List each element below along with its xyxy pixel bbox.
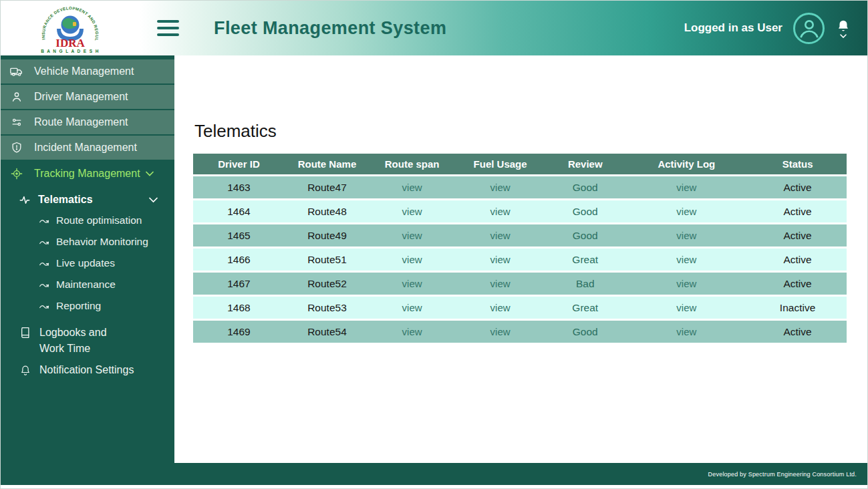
route-span-view-link[interactable]: view (370, 278, 454, 289)
logo-acronym: IDRA (55, 37, 85, 49)
sidebar-item-label: Telematics (38, 194, 93, 206)
chevron-down-icon (840, 34, 847, 38)
header-gradient-area: Fleet Management System Logged in as Use… (140, 1, 867, 55)
table-row: 1467 Route52 view view Bad view Active (193, 273, 847, 295)
route-span-view-link[interactable]: view (370, 230, 454, 241)
wave-arrow-icon (39, 280, 50, 289)
sidebar-item-label: Behavior Monitoring (56, 236, 148, 248)
logo-country: B A N G L A D E S H (41, 49, 100, 53)
chevron-down-icon (146, 171, 154, 176)
route-name-cell: Route49 (285, 230, 370, 242)
fuel-usage-view-link[interactable]: view (454, 326, 546, 337)
activity-icon (19, 194, 32, 206)
bottom-strip (1, 485, 867, 488)
activity-log-view-link[interactable]: view (624, 182, 748, 193)
review-cell: Great (546, 254, 624, 266)
app-title: Fleet Management System (214, 18, 446, 39)
column-header-activity-log: Activity Log (624, 158, 748, 170)
route-span-view-link[interactable]: view (370, 254, 454, 265)
sidebar-item-label: Logbooks and Work Time (39, 325, 107, 357)
activity-log-view-link[interactable]: view (624, 206, 748, 217)
sidebar-item-logbooks-work-time[interactable]: Logbooks and Work Time (1, 325, 174, 357)
table-header-row: Driver ID Route Name Route span Fuel Usa… (193, 154, 847, 174)
route-span-view-link[interactable]: view (370, 182, 454, 193)
column-header-route-span: Route span (370, 158, 454, 170)
shield-alert-icon (9, 141, 25, 154)
review-cell: Good (546, 326, 624, 338)
activity-log-view-link[interactable]: view (624, 254, 748, 265)
activity-log-view-link[interactable]: view (624, 326, 748, 337)
chevron-down-icon (149, 197, 158, 203)
sidebar-item-label: Reporting (56, 300, 101, 312)
wave-arrow-icon (39, 259, 50, 268)
column-header-fuel-usage: Fuel Usage (454, 158, 546, 170)
route-span-view-link[interactable]: view (370, 206, 454, 217)
fuel-usage-view-link[interactable]: view (454, 254, 546, 265)
footer-credit-text: Developed by Spectrum Engineering Consor… (708, 471, 857, 478)
sidebar-item-live-updates[interactable]: Live updates (1, 253, 174, 274)
fuel-usage-view-link[interactable]: view (454, 278, 546, 289)
status-cell: Active (748, 182, 847, 194)
top-bar: INSURANCE DEVELOPMENT AND REGULATORY AUT… (1, 1, 867, 55)
fuel-usage-view-link[interactable]: view (454, 230, 546, 241)
truck-icon (9, 64, 25, 79)
user-avatar[interactable] (793, 13, 825, 44)
fuel-usage-view-link[interactable]: view (454, 182, 546, 193)
table-row: 1468 Route53 view view Great view Inacti… (193, 297, 847, 319)
driver-id-cell: 1468 (193, 302, 285, 314)
table-row: 1469 Route54 view view Good view Active (193, 321, 847, 343)
driver-id-cell: 1463 (193, 182, 285, 194)
route-span-view-link[interactable]: view (370, 302, 454, 313)
activity-log-view-link[interactable]: view (624, 230, 748, 241)
route-name-cell: Route53 (285, 302, 370, 314)
sidebar-item-vehicle-management[interactable]: Vehicle Management (1, 59, 174, 84)
driver-id-cell: 1464 (193, 206, 285, 218)
route-name-cell: Route47 (285, 182, 370, 194)
sidebar-item-maintenance[interactable]: Maintenance (1, 274, 174, 295)
sidebar-item-reporting[interactable]: Reporting (1, 295, 174, 317)
sidebar-item-incident-management[interactable]: Incident Management (1, 136, 174, 160)
fuel-usage-view-link[interactable]: view (454, 302, 546, 313)
sidebar-item-label: Maintenance (56, 279, 116, 291)
table-row: 1464 Route48 view view Good view Active (193, 200, 847, 222)
activity-log-view-link[interactable]: view (624, 278, 748, 289)
wave-arrow-icon (39, 216, 50, 225)
person-icon (796, 15, 823, 41)
fuel-usage-view-link[interactable]: view (454, 206, 546, 217)
sidebar-item-label: Notification Settings (39, 362, 134, 378)
sidebar-nav: Vehicle Management Driver Management (1, 55, 174, 463)
column-header-route-name: Route Name (285, 158, 370, 170)
status-cell: Active (748, 278, 847, 290)
book-icon (19, 326, 33, 339)
idra-logo-graphic: INSURANCE DEVELOPMENT AND REGULATORY AUT… (19, 2, 121, 54)
sidebar-item-notification-settings[interactable]: Notification Settings (1, 362, 174, 378)
driver-id-cell: 1465 (193, 230, 285, 242)
sidebar-item-route-management[interactable]: Route Management (1, 110, 174, 134)
sidebar-item-behavior-monitoring[interactable]: Behavior Monitoring (1, 231, 174, 253)
sidebar-item-label: Tracking Management (34, 168, 140, 180)
main-content: Telematics Driver ID Route Name Route sp… (174, 55, 867, 463)
idra-logo: INSURANCE DEVELOPMENT AND REGULATORY AUT… (1, 1, 140, 55)
route-icon (9, 116, 25, 129)
telematics-table: Driver ID Route Name Route span Fuel Usa… (193, 154, 847, 343)
sidebar-item-driver-management[interactable]: Driver Management (1, 85, 174, 109)
column-header-status: Status (748, 158, 847, 170)
fleet-management-app: INSURANCE DEVELOPMENT AND REGULATORY AUT… (0, 0, 868, 489)
status-cell: Active (748, 254, 847, 266)
sidebar-item-label: Vehicle Management (34, 65, 134, 77)
hamburger-menu-icon[interactable] (157, 20, 179, 36)
sidebar-item-tracking-management[interactable]: Tracking Management (1, 161, 174, 186)
route-span-view-link[interactable]: view (370, 326, 454, 337)
review-cell: Good (546, 206, 624, 218)
sidebar-item-telematics[interactable]: Telematics (1, 190, 174, 210)
person-icon (9, 90, 25, 104)
sidebar-item-label: Incident Management (34, 142, 137, 154)
sidebar-item-label: Route Management (34, 116, 128, 128)
activity-log-view-link[interactable]: view (624, 302, 748, 313)
review-cell: Good (546, 230, 624, 242)
status-cell: Inactive (748, 302, 847, 314)
notifications-button[interactable] (836, 19, 851, 38)
status-cell: Active (748, 206, 847, 218)
review-cell: Great (546, 302, 624, 314)
sidebar-item-route-optimisation[interactable]: Route optimisation (1, 210, 174, 231)
